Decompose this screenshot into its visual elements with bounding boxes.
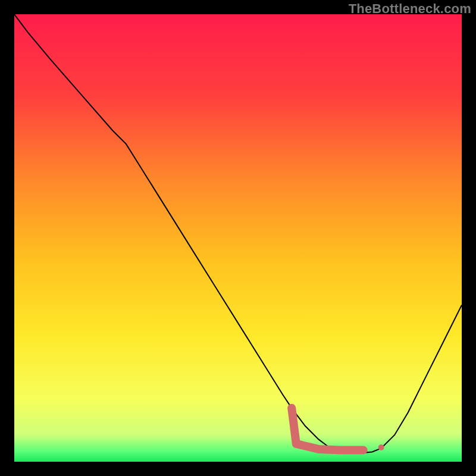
chart-plot (14, 14, 462, 462)
watermark-text: TheBottleneck.com (349, 1, 471, 17)
series-highlight-dot-point (378, 444, 384, 450)
chart-frame (14, 14, 462, 462)
chart-background (14, 14, 462, 462)
